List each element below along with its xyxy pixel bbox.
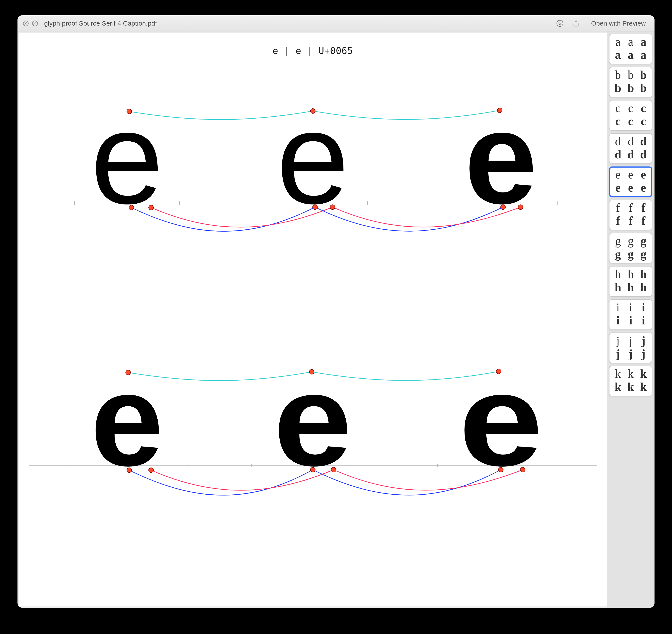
thumbnail-row-bold: ccc [612, 115, 650, 127]
svg-line-2 [33, 21, 37, 25]
svg-point-18 [497, 108, 502, 113]
thumbnail-row-bold: aaa [612, 49, 650, 61]
glyph-row-regular: e e e [19, 94, 607, 234]
svg-point-24 [518, 205, 523, 210]
document-view[interactable]: e | e | U+0065 [19, 33, 607, 607]
svg-point-19 [129, 205, 134, 210]
thumbnail-row-bold: jjj [612, 348, 650, 360]
thumbnail-row-light: hhh [612, 268, 650, 280]
glyph-header: e | e | U+0065 [19, 45, 607, 56]
thumbnail-row-light: iii [612, 301, 650, 313]
thumbnail-k[interactable]: kkkkkk [609, 366, 652, 396]
thumbnail-i[interactable]: iiiiii [609, 299, 652, 330]
svg-point-21 [312, 205, 318, 210]
open-with-preview-button[interactable]: Open with Preview [587, 18, 649, 28]
page-thumbnails[interactable]: aaaaaabbbbbbccccccddddddeeeeeeffffffgggg… [607, 31, 654, 608]
thumbnail-b[interactable]: bbbbbb [609, 67, 652, 97]
svg-point-37 [496, 369, 501, 374]
markup-icon[interactable] [556, 20, 563, 27]
quicklook-window: glyph proof Source Serif 4 Caption.pdf O… [18, 15, 654, 608]
thumbnail-h[interactable]: hhhhhh [609, 266, 652, 297]
svg-point-35 [126, 370, 131, 375]
thumbnail-row-light: jjj [612, 335, 650, 346]
svg-point-22 [330, 205, 335, 210]
thumbnail-c[interactable]: cccccc [609, 100, 652, 131]
thumbnail-row-light: ggg [612, 235, 650, 247]
thumbnail-row-bold: ddd [612, 149, 650, 160]
svg-text:e: e [91, 94, 163, 231]
svg-text:e: e [276, 94, 349, 231]
window-title: glyph proof Source Serif 4 Caption.pdf [44, 20, 157, 27]
thumbnail-d[interactable]: dddddd [609, 133, 652, 164]
thumbnail-row-bold: eee [612, 182, 650, 194]
window-controls [23, 20, 38, 26]
svg-point-41 [331, 467, 336, 472]
close-icon[interactable] [23, 20, 29, 26]
svg-point-4 [559, 24, 560, 25]
svg-point-36 [309, 369, 314, 374]
svg-point-39 [149, 468, 154, 472]
thumbnail-row-bold: hhh [612, 282, 650, 293]
thumbnail-j[interactable]: jjjjjj [609, 333, 652, 363]
svg-point-16 [127, 109, 132, 114]
svg-point-40 [310, 467, 315, 472]
thumbnail-row-bold: bbb [612, 82, 650, 94]
svg-text:e: e [458, 356, 543, 493]
thumbnail-row-light: kkk [612, 368, 650, 380]
svg-point-3 [557, 20, 563, 26]
thumbnail-e[interactable]: eeeeee [609, 167, 652, 197]
thumbnail-row-light: eee [612, 169, 650, 180]
svg-point-43 [520, 467, 525, 472]
thumbnail-a[interactable]: aaaaaa [609, 34, 652, 64]
thumbnail-row-bold: iii [612, 315, 650, 326]
svg-point-23 [501, 205, 505, 210]
thumbnail-row-light: ccc [612, 102, 650, 114]
thumbnail-row-light: ddd [612, 136, 650, 147]
thumbnail-row-bold: ggg [612, 248, 650, 260]
svg-point-42 [499, 467, 503, 472]
thumbnail-row-light: aaa [612, 36, 650, 48]
thumbnail-f[interactable]: ffffff [609, 200, 652, 230]
thumbnail-g[interactable]: gggggg [609, 233, 652, 264]
share-icon[interactable] [572, 20, 580, 27]
svg-text:e: e [91, 356, 163, 493]
titlebar: glyph proof Source Serif 4 Caption.pdf O… [18, 15, 654, 31]
thumbnail-row-light: bbb [612, 69, 650, 81]
thumbnail-row-light: fff [612, 202, 650, 214]
svg-point-17 [310, 108, 315, 114]
thumbnail-row-bold: fff [612, 215, 650, 227]
glyph-row-heavy: e e e [19, 356, 607, 496]
svg-point-20 [149, 205, 154, 210]
thumbnail-row-bold: kkk [612, 381, 650, 393]
block-icon[interactable] [32, 20, 38, 26]
svg-point-38 [127, 468, 132, 472]
